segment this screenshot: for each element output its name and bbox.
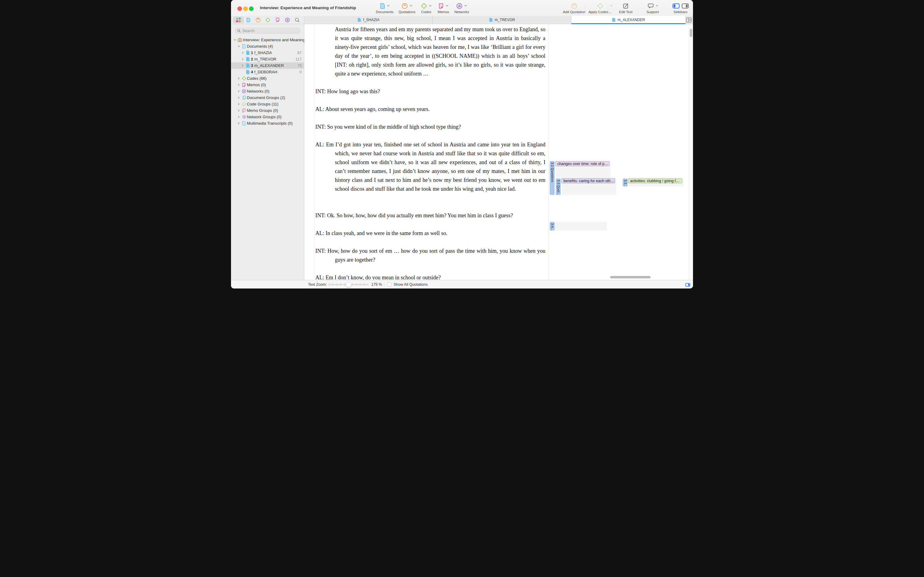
chevron-down-icon[interactable] (237, 45, 241, 48)
paragraph: 8AL: About seven years ago, coming up se… (316, 105, 546, 114)
document-editor[interactable]: Austria for fifteen years and em my pare… (304, 24, 548, 280)
edit-text-button[interactable]: Edit Text (613, 2, 638, 14)
quotation-bar-3-2[interactable]: 3:2… (623, 179, 628, 187)
chevron-right-icon[interactable] (237, 77, 241, 80)
tree-item-doc-m-alexander[interactable]: 3 m_ALEXANDER 79 (231, 62, 304, 69)
chevron-down-icon (446, 5, 449, 7)
zoom-window-button[interactable] (249, 6, 254, 11)
titlebar: Interview: Experience and Meaning of Fri… (231, 0, 693, 16)
minimize-window-button[interactable] (243, 6, 248, 11)
right-sidebar-toggle-icon[interactable] (681, 3, 689, 9)
quotations-tab[interactable]: ” (253, 16, 263, 23)
paragraph: 15 (316, 220, 546, 229)
paragraph: 10INT: So you were kind of in the middle… (316, 122, 546, 131)
chevron-right-icon[interactable] (237, 122, 241, 125)
text-zoom-slider-thumb[interactable] (346, 282, 351, 288)
document-icon (245, 57, 251, 61)
edit-icon (622, 2, 629, 9)
documents-tab[interactable] (243, 16, 254, 23)
svg-text:”: ” (403, 3, 406, 8)
networks-toolbar-button[interactable]: Networks (449, 2, 475, 14)
tree-item-project[interactable]: Interview: Experience and Meaning… (231, 37, 304, 43)
paragraph: 20AL: Em I don’t know, do you mean in sc… (316, 273, 546, 280)
document-tab-bar: f_SHAZIA m_TREVOR m_ALEXANDER (304, 16, 693, 24)
tab-m-alexander[interactable]: m_ALEXANDER (571, 16, 686, 24)
chevron-right-icon[interactable] (237, 109, 241, 112)
tree-item-memos[interactable]: Memos (0) (231, 82, 304, 88)
tree-item-doc-f-shazia[interactable]: 1 f_SHAZIA 87 (231, 50, 304, 56)
chevron-down-icon[interactable] (233, 38, 237, 42)
tree-item-network-groups[interactable]: Network Groups (0) (231, 114, 304, 120)
paragraph: 12AL: Em I’d got into year ten, finished… (316, 140, 546, 202)
document-text: Austria for fifteen years and em my pare… (316, 24, 546, 280)
tab-m-trevor[interactable]: m_TREVOR (433, 16, 571, 24)
quotation-bar-3-3[interactable]: 3:3 Quot… (556, 179, 561, 195)
explorer-grid-icon (236, 17, 241, 23)
vertical-scrollbar-thumb[interactable] (690, 29, 692, 37)
tree-item-doc-m-trevor[interactable]: 2 m_TREVOR 117 (231, 56, 304, 62)
tree-item-networks[interactable]: Networks (0) (231, 88, 304, 94)
chevron-right-icon[interactable] (237, 90, 241, 93)
tree-item-code-groups[interactable]: Code Groups (11) (231, 101, 304, 107)
quotation-region[interactable] (555, 222, 607, 230)
paragraph: 17 (316, 238, 546, 247)
paragraph: 13 (316, 202, 546, 211)
chevron-right-icon[interactable] (237, 83, 241, 87)
search-tab[interactable] (291, 16, 303, 23)
tree-item-documents[interactable]: Documents (4) (231, 43, 304, 50)
text-zoom-label: Text Zoom: (308, 282, 327, 287)
memo-icon (438, 3, 444, 9)
code-label-benefits-caring[interactable]: benefits: caring for each oth… (561, 178, 615, 184)
document-group-icon (241, 95, 247, 100)
show-all-quotations-checkbox[interactable] (387, 282, 391, 287)
network-group-icon (241, 114, 247, 119)
vertical-scrollbar[interactable] (688, 24, 693, 280)
codes-tab[interactable] (262, 16, 273, 23)
paragraph: 14INT: Ok. So how, how, how did you actu… (316, 211, 546, 220)
search-input[interactable]: Search (235, 28, 300, 34)
network-icon (241, 89, 247, 93)
gutter-divider (314, 24, 314, 280)
add-quotation-button[interactable]: ” Add Quotation (557, 2, 591, 14)
memo-group-icon (241, 108, 247, 113)
tree-item-codes[interactable]: Codes (66) (231, 75, 304, 82)
search-icon (295, 18, 300, 23)
document-icon (489, 18, 493, 22)
project-tree: Interview: Experience and Meaning… Docum… (231, 37, 304, 127)
tree-item-document-groups[interactable]: Document Groups (2) (231, 94, 304, 101)
chevron-right-icon[interactable] (241, 64, 245, 67)
chevron-down-icon (464, 5, 467, 7)
code-label-changes-over-time[interactable]: changes over time: role of p… (555, 161, 610, 166)
support-button[interactable]: Support (641, 2, 665, 14)
tab-f-shazia[interactable]: f_SHAZIA (304, 16, 433, 24)
chevron-down-icon (409, 5, 412, 7)
text-zoom-slider[interactable] (329, 284, 368, 285)
sidebars-button[interactable]: Sidebars (668, 2, 692, 14)
split-editor-button[interactable] (686, 17, 692, 23)
memos-tab[interactable] (272, 16, 283, 23)
networks-tab[interactable] (282, 16, 293, 23)
project-explorer-tab[interactable] (233, 16, 244, 23)
document-icon (380, 3, 385, 9)
window-title: Interview: Experience and Meaning of Fri… (260, 5, 356, 10)
close-window-button[interactable] (237, 6, 242, 11)
chevron-right-icon[interactable] (241, 58, 245, 61)
horizontal-scrollbar-thumb[interactable] (610, 276, 650, 279)
chevron-right-icon[interactable] (237, 115, 241, 119)
quotation-bar-3-4[interactable]: 3:4… (550, 222, 555, 230)
left-sidebar-toggle-icon[interactable] (672, 3, 680, 9)
code-label-activities-clubbing[interactable]: activities: clubbing / going f… (628, 178, 682, 184)
svg-text:”: ” (257, 18, 259, 22)
document-icon (357, 18, 361, 22)
quotation-bar-3-1[interactable]: 3:1 Quotation (550, 161, 555, 195)
chevron-right-icon[interactable] (241, 51, 245, 55)
quotation-icon: ” (401, 3, 408, 9)
apply-codes-dropdown[interactable] (609, 2, 613, 10)
tree-item-doc-f-deborah[interactable]: 4 f_DEBORAH 0 (231, 69, 304, 75)
tree-item-memo-groups[interactable]: Memo Groups (0) (231, 107, 304, 114)
support-bubble-icon (647, 3, 654, 9)
tree-item-multimedia-transcripts[interactable]: Multimedia Transcripts (0) (231, 120, 304, 127)
chevron-right-icon[interactable] (237, 96, 241, 99)
chevron-right-icon[interactable] (237, 102, 241, 106)
margin-panel-toggle-icon[interactable] (685, 283, 691, 287)
